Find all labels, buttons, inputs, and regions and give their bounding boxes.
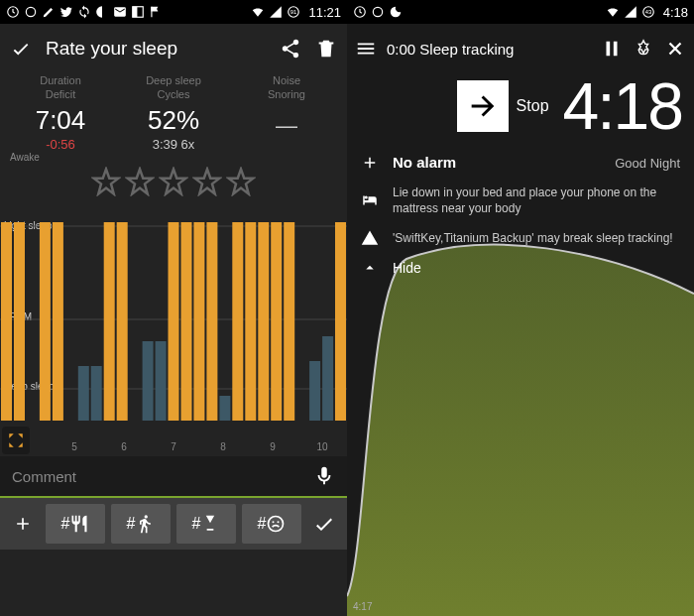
signal-icon bbox=[624, 5, 637, 19]
svg-rect-10 bbox=[78, 366, 89, 421]
stop-label: Stop bbox=[517, 97, 549, 115]
tag-bar: # # # # bbox=[0, 498, 347, 550]
sleep-chart[interactable]: Light sleep ~REM Deep sleep 4 5 6 7 8 9 … bbox=[0, 212, 347, 456]
mail-icon bbox=[113, 5, 127, 19]
svg-point-37 bbox=[373, 7, 382, 16]
svg-rect-31 bbox=[284, 222, 294, 421]
svg-rect-12 bbox=[143, 341, 154, 421]
tag-food[interactable]: # bbox=[46, 504, 105, 544]
signal-icon bbox=[269, 5, 283, 19]
svg-rect-27 bbox=[232, 222, 243, 421]
tip-text: Lie down in your bed and place your phon… bbox=[393, 185, 680, 216]
half-icon bbox=[95, 5, 109, 19]
svg-point-1 bbox=[26, 7, 35, 16]
plus-icon bbox=[361, 154, 379, 172]
collapse-icon bbox=[361, 259, 379, 277]
svg-point-35 bbox=[278, 522, 280, 524]
circle-icon bbox=[371, 5, 385, 19]
alarm-row[interactable]: No alarm Good Night bbox=[347, 147, 694, 179]
svg-rect-11 bbox=[91, 366, 102, 421]
svg-rect-21 bbox=[104, 222, 115, 421]
svg-rect-18 bbox=[14, 222, 25, 421]
menu-icon[interactable] bbox=[355, 38, 377, 60]
svg-rect-16 bbox=[322, 336, 333, 421]
alarm-label: No alarm bbox=[393, 153, 601, 173]
svg-point-33 bbox=[269, 517, 284, 532]
close-icon[interactable] bbox=[664, 38, 686, 60]
app-icon bbox=[353, 5, 367, 19]
warning-row: 'SwiftKey,Titanium Backup' may break sle… bbox=[347, 223, 694, 253]
svg-rect-23 bbox=[169, 222, 179, 421]
clock-row: Stop 4:18 bbox=[347, 73, 694, 147]
sound-wave bbox=[347, 229, 694, 616]
svg-rect-20 bbox=[53, 222, 63, 421]
mic-icon[interactable] bbox=[313, 465, 335, 487]
stop-button[interactable]: Stop bbox=[457, 80, 549, 132]
confirm-tags-button[interactable] bbox=[307, 504, 341, 544]
svg-rect-14 bbox=[219, 396, 230, 421]
warning-text: 'SwiftKey,Titanium Backup' may break sle… bbox=[393, 230, 680, 246]
bed-icon bbox=[361, 191, 379, 209]
battery-icon: 91 bbox=[287, 5, 300, 19]
comment-field[interactable]: Comment bbox=[0, 456, 347, 498]
star-1[interactable] bbox=[91, 167, 121, 196]
stop-arrow-icon bbox=[457, 80, 509, 132]
svg-point-34 bbox=[273, 522, 275, 524]
good-night-label: Good Night bbox=[615, 156, 680, 171]
share-icon[interactable] bbox=[280, 38, 301, 60]
moon-icon bbox=[389, 5, 403, 19]
circle-icon bbox=[24, 5, 38, 19]
add-tag-button[interactable] bbox=[6, 504, 40, 544]
status-bar: 91 11:21 bbox=[0, 0, 347, 24]
twitter-icon bbox=[59, 5, 73, 19]
svg-text:91: 91 bbox=[290, 9, 296, 15]
svg-rect-22 bbox=[117, 222, 128, 421]
rating-stars bbox=[0, 167, 347, 196]
svg-rect-13 bbox=[156, 341, 167, 421]
header-title: 0:00 Sleep tracking bbox=[387, 41, 591, 58]
pause-icon[interactable] bbox=[601, 38, 623, 60]
tag-mood[interactable]: # bbox=[242, 504, 301, 544]
wifi-icon bbox=[251, 5, 265, 19]
status-time: 11:21 bbox=[308, 5, 341, 20]
battery-icon: 43 bbox=[641, 5, 655, 19]
confirm-icon[interactable] bbox=[10, 38, 32, 60]
current-time: 4:18 bbox=[563, 73, 682, 139]
tag-alcohol[interactable]: # bbox=[176, 504, 236, 544]
svg-rect-24 bbox=[181, 222, 192, 421]
sync-icon bbox=[77, 5, 91, 19]
svg-rect-29 bbox=[258, 222, 269, 421]
svg-rect-19 bbox=[40, 222, 51, 421]
chart-bars bbox=[0, 212, 347, 436]
hide-row[interactable]: Hide bbox=[347, 253, 694, 284]
star-2[interactable] bbox=[125, 167, 155, 196]
page-title: Rate your sleep bbox=[46, 38, 266, 60]
lullaby-icon[interactable] bbox=[633, 38, 654, 60]
tag-activity[interactable]: # bbox=[111, 504, 171, 544]
svg-rect-32 bbox=[335, 222, 346, 421]
stats-row: Duration Deficit 7:04 -0:56 Deep sleep C… bbox=[0, 73, 347, 154]
wifi-icon bbox=[606, 5, 620, 19]
svg-rect-30 bbox=[271, 222, 282, 421]
start-time: 4:17 bbox=[353, 601, 372, 612]
app-icon bbox=[6, 5, 20, 19]
edit-icon bbox=[42, 5, 56, 19]
warning-icon bbox=[361, 229, 379, 247]
svg-text:43: 43 bbox=[644, 9, 650, 15]
stat-deep-sleep[interactable]: Deep sleep Cycles 52% 3:39 6x bbox=[117, 73, 230, 154]
svg-rect-26 bbox=[206, 222, 217, 421]
header: 0:00 Sleep tracking bbox=[347, 24, 694, 73]
star-5[interactable] bbox=[226, 167, 256, 196]
stat-noise[interactable]: Noise Snoring — bbox=[230, 73, 343, 154]
rate-sleep-screen: 91 11:21 Rate your sleep Duration Defici… bbox=[0, 0, 347, 616]
svg-rect-3 bbox=[133, 7, 138, 18]
flag-icon bbox=[149, 5, 163, 19]
delete-icon[interactable] bbox=[315, 38, 337, 60]
star-4[interactable] bbox=[192, 167, 222, 196]
svg-rect-28 bbox=[245, 222, 256, 421]
svg-rect-17 bbox=[1, 222, 12, 421]
star-3[interactable] bbox=[159, 167, 188, 196]
stat-duration[interactable]: Duration Deficit 7:04 -0:56 bbox=[4, 73, 117, 154]
svg-rect-25 bbox=[193, 222, 204, 421]
expand-chart-button[interactable] bbox=[2, 427, 30, 454]
